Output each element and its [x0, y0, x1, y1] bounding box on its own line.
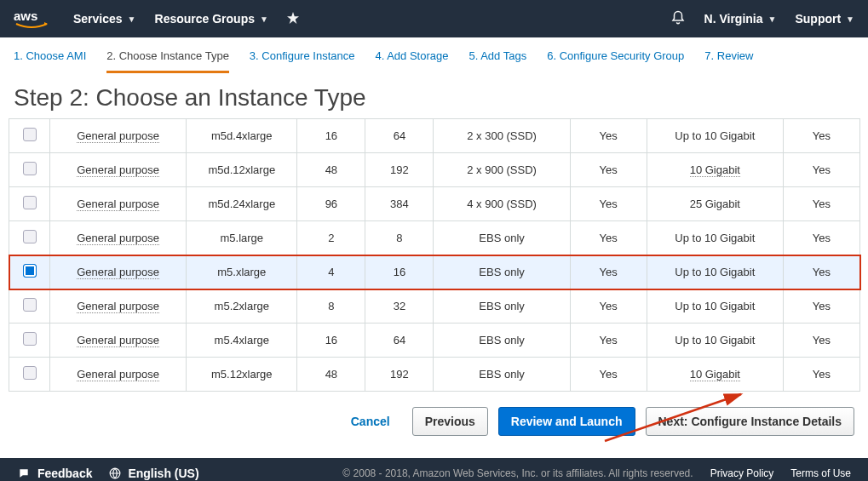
- mem-cell: 8: [365, 221, 434, 255]
- net-cell: 10 Gigabit: [647, 153, 783, 187]
- type-cell: m5.2xlarge: [187, 289, 297, 324]
- net-cell: Up to 10 Gigabit: [647, 119, 783, 153]
- row-checkbox[interactable]: [23, 128, 37, 141]
- mem-cell: 384: [365, 187, 434, 221]
- row-checkbox[interactable]: [23, 264, 37, 278]
- cancel-button[interactable]: Cancel: [339, 408, 402, 435]
- vcpu-cell: 16: [297, 119, 365, 153]
- row-checkbox[interactable]: [23, 196, 37, 209]
- svg-text:aws: aws: [14, 9, 37, 23]
- ebs-cell: Yes: [570, 187, 647, 221]
- ipv6-cell: Yes: [783, 153, 859, 187]
- wizard-steps: 1. Choose AMI 2. Choose Instance Type 3.…: [0, 37, 868, 74]
- row-checkbox[interactable]: [23, 366, 37, 380]
- net-cell: Up to 10 Gigabit: [647, 221, 783, 255]
- region-menu[interactable]: N. Virginia▼: [704, 12, 777, 26]
- review-launch-button[interactable]: Review and Launch: [498, 407, 635, 436]
- resource-groups-menu[interactable]: Resource Groups▼: [155, 12, 268, 26]
- type-cell: m5.large: [187, 221, 297, 255]
- footer-bar: Feedback English (US) © 2008 - 2018, Ama…: [0, 458, 868, 481]
- wizard-step-5[interactable]: 5. Add Tags: [468, 49, 526, 73]
- row-checkbox[interactable]: [23, 230, 37, 243]
- vcpu-cell: 8: [297, 289, 365, 324]
- mem-cell: 16: [365, 255, 434, 289]
- net-cell: Up to 10 Gigabit: [647, 255, 783, 289]
- storage-cell: EBS only: [434, 324, 570, 358]
- net-cell: Up to 10 Gigabit: [647, 324, 783, 358]
- ipv6-cell: Yes: [783, 221, 859, 255]
- ipv6-cell: Yes: [783, 187, 859, 221]
- family-cell: General purpose: [50, 119, 187, 153]
- table-row[interactable]: General purposem5.xlarge416EBS onlyYesUp…: [9, 255, 860, 289]
- storage-cell: EBS only: [434, 221, 570, 255]
- instance-type-table: General purposem5d.4xlarge16642 x 300 (S…: [9, 118, 860, 392]
- row-checkbox[interactable]: [23, 298, 37, 312]
- wizard-step-4[interactable]: 4. Add Storage: [375, 49, 448, 73]
- net-cell: 10 Gigabit: [647, 358, 783, 392]
- table-row[interactable]: General purposem5.2xlarge832EBS onlyYesU…: [9, 289, 860, 324]
- storage-cell: EBS only: [434, 255, 570, 289]
- ebs-cell: Yes: [570, 119, 647, 153]
- table-row[interactable]: General purposem5d.24xlarge963844 x 900 …: [9, 187, 860, 221]
- storage-cell: EBS only: [434, 289, 570, 324]
- wizard-step-3[interactable]: 3. Configure Instance: [250, 49, 355, 73]
- ebs-cell: Yes: [570, 221, 647, 255]
- family-cell: General purpose: [50, 324, 187, 358]
- storage-cell: 4 x 900 (SSD): [434, 187, 570, 221]
- family-cell: General purpose: [50, 221, 187, 255]
- storage-cell: EBS only: [434, 358, 570, 392]
- vcpu-cell: 2: [297, 221, 365, 255]
- mem-cell: 192: [365, 358, 434, 392]
- mem-cell: 192: [365, 153, 434, 187]
- ipv6-cell: Yes: [783, 358, 859, 392]
- family-cell: General purpose: [50, 289, 187, 324]
- family-cell: General purpose: [50, 187, 187, 221]
- wizard-step-2[interactable]: 2. Choose Instance Type: [106, 49, 229, 73]
- ebs-cell: Yes: [570, 255, 647, 289]
- ebs-cell: Yes: [570, 324, 647, 358]
- next-button[interactable]: Next: Configure Instance Details: [646, 407, 855, 436]
- family-cell: General purpose: [50, 153, 187, 187]
- vcpu-cell: 48: [297, 153, 365, 187]
- ebs-cell: Yes: [570, 358, 647, 392]
- family-cell: General purpose: [50, 255, 187, 289]
- wizard-step-1[interactable]: 1. Choose AMI: [14, 49, 86, 73]
- pin-icon[interactable]: [287, 12, 299, 26]
- support-menu[interactable]: Support▼: [795, 12, 854, 26]
- previous-button[interactable]: Previous: [412, 407, 488, 436]
- table-row[interactable]: General purposem5.12xlarge48192EBS onlyY…: [9, 358, 860, 392]
- feedback-link[interactable]: Feedback: [17, 467, 92, 480]
- net-cell: Up to 10 Gigabit: [647, 289, 783, 324]
- net-cell: 25 Gigabit: [647, 187, 783, 221]
- family-cell: General purpose: [50, 358, 187, 392]
- aws-logo[interactable]: aws: [14, 9, 49, 29]
- mem-cell: 32: [365, 289, 434, 324]
- table-row[interactable]: General purposem5.4xlarge1664EBS onlyYes…: [9, 324, 860, 358]
- privacy-link[interactable]: Privacy Policy: [710, 467, 774, 479]
- storage-cell: 2 x 300 (SSD): [434, 119, 570, 153]
- terms-link[interactable]: Terms of Use: [790, 467, 851, 479]
- ebs-cell: Yes: [570, 153, 647, 187]
- mem-cell: 64: [365, 324, 434, 358]
- type-cell: m5d.4xlarge: [187, 119, 297, 153]
- vcpu-cell: 4: [297, 255, 365, 289]
- ipv6-cell: Yes: [783, 289, 859, 324]
- wizard-step-6[interactable]: 6. Configure Security Group: [547, 49, 684, 73]
- table-row[interactable]: General purposem5d.4xlarge16642 x 300 (S…: [9, 119, 860, 153]
- ipv6-cell: Yes: [783, 119, 859, 153]
- table-row[interactable]: General purposem5d.12xlarge481922 x 900 …: [9, 153, 860, 187]
- vcpu-cell: 96: [297, 187, 365, 221]
- language-link[interactable]: English (US): [109, 467, 198, 480]
- row-checkbox[interactable]: [23, 162, 37, 175]
- services-menu[interactable]: Services▼: [73, 12, 136, 26]
- copyright-text: © 2008 - 2018, Amazon Web Services, Inc.…: [342, 467, 693, 479]
- row-checkbox[interactable]: [23, 332, 37, 346]
- table-row[interactable]: General purposem5.large28EBS onlyYesUp t…: [9, 221, 860, 255]
- mem-cell: 64: [365, 119, 434, 153]
- ipv6-cell: Yes: [783, 255, 859, 289]
- type-cell: m5.xlarge: [187, 255, 297, 289]
- wizard-step-7[interactable]: 7. Review: [704, 49, 753, 73]
- page-title: Step 2: Choose an Instance Type: [0, 74, 868, 118]
- storage-cell: 2 x 900 (SSD): [434, 153, 570, 187]
- notifications-icon[interactable]: [670, 10, 686, 28]
